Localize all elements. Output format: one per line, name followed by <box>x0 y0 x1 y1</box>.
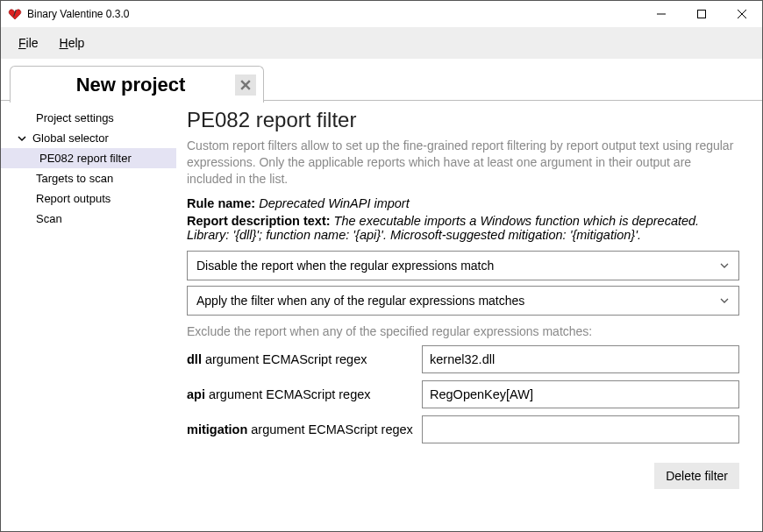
regex-label-api: api argument ECMAScript regex <box>187 387 422 401</box>
exclude-hint: Exclude the report when any of the speci… <box>187 324 739 338</box>
select-disable-mode[interactable]: Disable the report when the regular expr… <box>187 251 739 280</box>
regex-row-mitigation: mitigation argument ECMAScript regex <box>187 415 739 443</box>
page-description: Custom report filters allow to set up th… <box>187 138 739 188</box>
app-window: Binary Valentine 0.3.0 File Help New pro… <box>0 0 763 532</box>
menu-help[interactable]: Help <box>49 31 96 55</box>
regex-input-api[interactable] <box>422 380 739 408</box>
select-apply-mode-text: Apply the filter when any of the regular… <box>196 294 719 308</box>
sidebar-item-pe082-filter[interactable]: PE082 report filter <box>1 148 176 168</box>
chevron-down-icon <box>719 295 730 306</box>
chevron-down-icon <box>719 260 730 271</box>
rule-name-value: Deprecated WinAPI import <box>259 196 410 210</box>
tab-close-button[interactable] <box>235 74 256 96</box>
regex-label-mitigation: mitigation argument ECMAScript regex <box>187 422 422 436</box>
sidebar: Project settings Global selector PE082 r… <box>1 101 176 531</box>
page-title: PE082 report filter <box>187 108 739 132</box>
button-row: Delete filter <box>187 463 739 489</box>
sidebar-item-scan[interactable]: Scan <box>1 209 176 229</box>
tab-title: New project <box>26 74 235 96</box>
menu-file[interactable]: File <box>8 31 49 55</box>
menubar: File Help <box>1 27 762 59</box>
menu-help-rest: elp <box>68 36 85 50</box>
window-title: Binary Valentine 0.3.0 <box>27 8 641 20</box>
rule-name-label: Rule name: <box>187 196 255 210</box>
tab-mask <box>11 100 263 101</box>
minimize-button[interactable] <box>641 1 681 27</box>
regex-input-dll[interactable] <box>422 345 739 373</box>
regex-input-mitigation[interactable] <box>422 415 739 443</box>
content: PE082 report filter Custom report filter… <box>176 101 762 531</box>
sidebar-item-targets[interactable]: Targets to scan <box>1 168 176 188</box>
select-disable-mode-text: Disable the report when the regular expr… <box>196 259 719 273</box>
body: Project settings Global selector PE082 r… <box>1 101 762 531</box>
chevron-down-icon <box>17 133 27 144</box>
maximize-button[interactable] <box>681 1 722 27</box>
regex-row-api: api argument ECMAScript regex <box>187 380 739 408</box>
rule-name-row: Rule name: Deprecated WinAPI import <box>187 196 739 210</box>
delete-filter-button[interactable]: Delete filter <box>654 463 739 489</box>
close-icon <box>240 80 251 90</box>
select-apply-mode[interactable]: Apply the filter when any of the regular… <box>187 286 739 316</box>
sidebar-item-outputs[interactable]: Report outputs <box>1 188 176 209</box>
titlebar: Binary Valentine 0.3.0 <box>1 1 762 27</box>
app-icon <box>8 7 22 21</box>
svg-rect-2 <box>698 11 706 18</box>
report-desc-row: Report description text: The executable … <box>187 214 739 242</box>
report-desc-label: Report description text: <box>187 214 331 228</box>
tabstrip: New project <box>1 59 762 101</box>
sidebar-group-global-selector[interactable]: Global selector <box>1 128 176 148</box>
sidebar-group-label: Global selector <box>32 131 109 145</box>
close-button[interactable] <box>722 1 762 27</box>
menu-file-rest: ile <box>26 36 39 50</box>
regex-row-dll: dll argument ECMAScript regex <box>187 345 739 373</box>
tab-new-project[interactable]: New project <box>10 66 264 103</box>
sidebar-item-project-settings[interactable]: Project settings <box>1 108 176 128</box>
regex-label-dll: dll argument ECMAScript regex <box>187 352 422 366</box>
